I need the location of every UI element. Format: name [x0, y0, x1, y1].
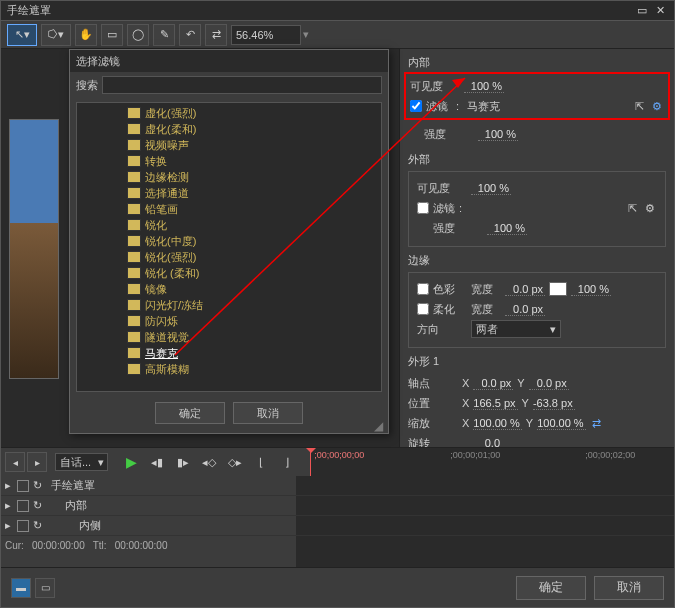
outer-export-icon[interactable]: ⇱ [625, 201, 639, 215]
mark-in-button[interactable]: ⌊ [250, 452, 272, 472]
scrub-next[interactable]: ▸ [27, 452, 47, 472]
filter-item[interactable]: 镜像 [127, 281, 381, 297]
outer-intensity-value[interactable]: 100 % [487, 222, 527, 235]
color-swatch[interactable] [549, 282, 567, 296]
filter-item[interactable]: 视频噪声 [127, 137, 381, 153]
edge-soften-checkbox[interactable] [417, 303, 429, 315]
outer-visibility-value[interactable]: 100 % [471, 182, 511, 195]
scale-y[interactable]: 100.00 % [537, 417, 585, 430]
filter-item[interactable]: 虚化(强烈) [127, 105, 381, 121]
filter-icon [127, 235, 141, 247]
pen-tool[interactable]: ✎ [153, 24, 175, 46]
play-button[interactable]: ▶ [120, 452, 142, 472]
rotate-value[interactable]: 0.0 [462, 437, 502, 448]
filter-item[interactable]: 高斯模糊 [127, 361, 381, 377]
filter-item[interactable]: 锐化(强烈) [127, 249, 381, 265]
close-button[interactable]: ✕ [652, 4, 668, 18]
outer-group: 可见度 100 % 滤镜 : ⇱ ⚙ 强度 100 % [408, 171, 666, 247]
preview-area: 选择滤镜 搜索 虚化(强烈)虚化(柔和)视频噪声转换边缘检测选择通道铅笔画锐化锐… [1, 49, 399, 447]
track-visible-checkbox[interactable] [17, 500, 29, 512]
edge-width-2[interactable]: 0.0 px [505, 303, 545, 316]
mark-out-button[interactable]: ⌋ [276, 452, 298, 472]
pos-y[interactable]: -63.8 px [533, 397, 575, 410]
titlebar: 手绘遮罩 ▭ ✕ [1, 1, 674, 21]
track-row[interactable]: ▸↻内部 [1, 496, 296, 516]
filter-icon [127, 347, 141, 359]
expand-icon[interactable]: ▸ [5, 479, 13, 492]
filter-item[interactable]: 防闪烁 [127, 313, 381, 329]
scale-x[interactable]: 100.00 % [473, 417, 521, 430]
inner-visibility-value[interactable]: 100 % [464, 80, 504, 93]
undo-tool[interactable]: ↶ [179, 24, 201, 46]
ellipse-tool[interactable]: ◯ [127, 24, 149, 46]
next-frame-button[interactable]: ▮▸ [172, 452, 194, 472]
position-label: 位置 [408, 396, 458, 411]
scale-label: 缩放 [408, 416, 458, 431]
outer-settings-icon[interactable]: ⚙ [643, 201, 657, 215]
scrub-prev[interactable]: ◂ [5, 452, 25, 472]
link-icon[interactable]: ⇄ [590, 416, 604, 430]
filter-item[interactable]: 边缘检测 [127, 169, 381, 185]
edge-width-1[interactable]: 0.0 px [505, 283, 545, 296]
inner-intensity-value[interactable]: 100 % [478, 128, 518, 141]
inner-intensity-label: 强度 [424, 127, 474, 142]
resize-handle[interactable]: ◢ [374, 419, 386, 431]
axis-y[interactable]: 0.0 px [529, 377, 569, 390]
filter-item[interactable]: 隧道视觉 [127, 329, 381, 345]
track-row[interactable]: ▸↻手绘遮罩 [1, 476, 296, 496]
main-ok-button[interactable]: 确定 [516, 576, 586, 600]
edge-direction-label: 方向 [417, 322, 467, 337]
main-cancel-button[interactable]: 取消 [594, 576, 664, 600]
expand-icon[interactable]: ▸ [5, 519, 13, 532]
zoom-input[interactable] [231, 25, 301, 45]
inner-filter-checkbox[interactable] [410, 100, 422, 112]
filter-item[interactable]: 虚化(柔和) [127, 121, 381, 137]
playhead[interactable] [310, 448, 311, 476]
filter-list[interactable]: 虚化(强烈)虚化(柔和)视频噪声转换边缘检测选择通道铅笔画锐化锐化(中度)锐化(… [76, 102, 382, 392]
edge-color-checkbox[interactable] [417, 283, 429, 295]
filter-item[interactable]: 锐化 (柔和) [127, 265, 381, 281]
redo-tool[interactable]: ⇄ [205, 24, 227, 46]
rect-tool[interactable]: ▭ [101, 24, 123, 46]
hand-tool[interactable]: ✋ [75, 24, 97, 46]
next-key-button[interactable]: ◇▸ [224, 452, 246, 472]
zoom-dropdown-icon[interactable]: ▾ [303, 28, 309, 41]
loop-icon[interactable]: ↻ [33, 479, 47, 493]
pos-x[interactable]: 166.5 px [473, 397, 517, 410]
prev-key-button[interactable]: ◂◇ [198, 452, 220, 472]
filter-dialog-title: 选择滤镜 [70, 50, 388, 72]
dialog-cancel-button[interactable]: 取消 [233, 402, 303, 424]
layout-toggle-2[interactable]: ▭ [35, 578, 55, 598]
layout-toggle-1[interactable]: ▬ [11, 578, 31, 598]
outer-filter-checkbox[interactable] [417, 202, 429, 214]
search-input[interactable] [102, 76, 382, 94]
inner-filter-value[interactable]: 马赛克 [467, 99, 628, 114]
outer-section-title: 外部 [408, 152, 666, 167]
settings-icon[interactable]: ⚙ [650, 99, 664, 113]
filter-item[interactable]: 马赛克 [127, 345, 381, 361]
track-visible-checkbox[interactable] [17, 520, 29, 532]
edge-opacity[interactable]: 100 % [571, 283, 611, 296]
track-row[interactable]: ▸↻内侧 [1, 516, 296, 536]
time-ruler[interactable]: ;00;00;00;00 ;00;00;01;00 ;00;00;02;00 [310, 448, 674, 476]
filter-item[interactable]: 闪光灯/冻结 [127, 297, 381, 313]
shape-tool[interactable]: ⭔▾ [41, 24, 71, 46]
axis-x[interactable]: 0.0 px [473, 377, 513, 390]
loop-icon[interactable]: ↻ [33, 519, 47, 533]
filter-item[interactable]: 选择通道 [127, 185, 381, 201]
filter-item[interactable]: 锐化 [127, 217, 381, 233]
prev-frame-button[interactable]: ◂▮ [146, 452, 168, 472]
loop-icon[interactable]: ↻ [33, 499, 47, 513]
filter-item[interactable]: 铅笔画 [127, 201, 381, 217]
expand-icon[interactable]: ▸ [5, 499, 13, 512]
arrow-tool[interactable]: ↖▾ [7, 24, 37, 46]
edge-direction-dropdown[interactable]: 两者 [471, 320, 561, 338]
filter-item[interactable]: 转换 [127, 153, 381, 169]
timeline-mode-dropdown[interactable]: 自话... [55, 453, 108, 471]
track-visible-checkbox[interactable] [17, 480, 29, 492]
filter-item[interactable]: 锐化(中度) [127, 233, 381, 249]
export-icon[interactable]: ⇱ [632, 99, 646, 113]
dialog-ok-button[interactable]: 确定 [155, 402, 225, 424]
outer-filter-label: 滤镜 [433, 201, 455, 216]
maximize-button[interactable]: ▭ [634, 4, 650, 18]
